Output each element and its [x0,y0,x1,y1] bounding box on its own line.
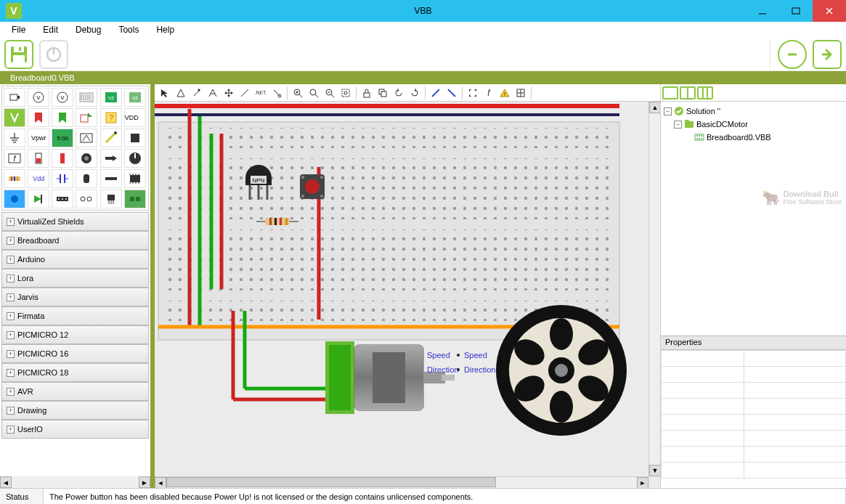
scroll-right-icon[interactable]: ► [637,477,648,488]
scroll-left-icon[interactable]: ◄ [155,477,166,488]
palette-header-icon[interactable] [52,190,73,208]
expand-icon[interactable]: + [7,407,15,415]
properties-grid[interactable] [661,350,846,488]
palette-help-icon[interactable]: ? [100,108,122,127]
category-arduino[interactable]: +Arduino [1,250,149,269]
expand-icon[interactable]: + [7,331,15,339]
scroll-left-icon[interactable]: ◄ [0,476,12,488]
grid-icon[interactable] [513,86,528,100]
triangle-tool-icon[interactable] [174,86,188,100]
zoom-fit-icon[interactable] [338,86,353,100]
scroll-right-icon[interactable]: ► [139,476,150,488]
palette-terminal-icon[interactable] [124,190,146,208]
palette-jack-icon[interactable] [76,149,97,168]
menu-help[interactable]: Help [149,23,182,36]
palette-import-icon[interactable] [76,108,97,127]
category-drawing[interactable]: +Drawing [1,401,149,420]
tree-node-solution[interactable]: − Solution '' [664,105,843,118]
zoom-in-icon[interactable] [290,86,305,100]
palette-switch-icon[interactable] [28,149,49,168]
function-tool-icon[interactable]: f [481,86,496,100]
palette-breadboard-icon[interactable] [76,88,97,107]
power-button[interactable] [39,40,68,69]
palette-resistor-icon[interactable] [4,169,25,188]
flip-h-icon[interactable] [428,86,443,100]
window-close-button[interactable] [813,0,846,22]
palette-transistor-icon[interactable] [100,190,122,208]
zoom-out-icon[interactable] [322,86,337,100]
palette-ground-icon[interactable] [4,129,25,147]
expand-icon[interactable] [465,86,480,100]
rotate-ccw-icon[interactable] [391,86,406,100]
palette-cap-cylinder-icon[interactable] [76,169,97,188]
category-avr[interactable]: +AVR [1,382,149,401]
palette-probe-icon[interactable] [100,129,122,147]
component-npn-transistor[interactable]: NPN [245,165,272,200]
palette-bookmark-red-icon[interactable] [28,108,49,127]
category-picmicro-16[interactable]: +PICMICRO 16 [1,344,149,363]
collapse-icon[interactable]: − [664,107,672,115]
menu-edit[interactable]: Edit [36,23,65,36]
palette-function-icon[interactable]: f [4,149,25,168]
palette-pins-icon[interactable] [76,190,97,208]
category-picmicro-12[interactable]: +PICMICRO 12 [1,325,149,344]
warning-icon[interactable]: ! [497,86,512,100]
line-tool-icon[interactable] [237,86,252,100]
category-userio[interactable]: +UserIO [1,420,149,439]
canvas-horizontal-scrollbar[interactable]: ◄ ► [155,476,648,488]
lock-icon[interactable] [359,86,374,100]
palette-led-bar-icon[interactable] [52,149,73,168]
window-minimize-button[interactable] [746,0,779,22]
expand-icon[interactable]: + [7,237,15,245]
flip-v-icon[interactable] [444,86,459,100]
view-split-3-icon[interactable] [697,86,713,99]
category-firmata[interactable]: +Firmata [1,306,149,325]
palette-vpwr-label[interactable]: Vpwr [28,129,49,147]
menu-file[interactable]: File [4,23,33,36]
palette-led-blue-icon[interactable] [4,190,25,208]
palette-meter-icon[interactable] [76,129,97,147]
canvas-vertical-scrollbar[interactable]: ▲ ▼ [648,102,660,476]
expand-icon[interactable]: + [7,218,15,226]
palette-v-logo-icon[interactable] [4,108,25,127]
palette-voltmeter-icon[interactable]: V [28,88,49,107]
zoom-actual-icon[interactable] [306,86,321,100]
palette-capacitor-icon[interactable] [52,169,73,188]
expand-icon[interactable]: + [7,388,15,396]
tree-node-file[interactable]: Breadboard0.VBB [684,131,843,144]
palette-ic-icon[interactable] [124,169,146,188]
expand-icon[interactable]: + [7,369,15,377]
category-jarvis[interactable]: +Jarvis [1,288,149,306]
palette-inductor-icon[interactable] [100,169,122,188]
expand-icon[interactable]: + [7,256,15,264]
rotate-cw-icon[interactable] [407,86,422,100]
tab-breadboard0[interactable]: Breadboard0.VBB [3,73,82,83]
category-lora[interactable]: +Lora [1,269,149,288]
save-button[interactable] [4,40,33,69]
view-split-h-icon[interactable] [680,86,696,99]
category-picmicro-18[interactable]: +PICMICRO 18 [1,363,149,382]
palette-battery-icon[interactable] [4,88,25,107]
solution-tree[interactable]: − Solution '' − BasicDCMotor Breadboard0… [661,102,846,336]
scroll-down-icon[interactable]: ▼ [649,465,660,476]
menu-tools[interactable]: Tools [111,23,146,36]
window-maximize-button[interactable] [779,0,813,22]
palette-voltmeter2-icon[interactable]: V [52,88,73,107]
palette-vz-shield-icon[interactable]: VZ [100,88,122,107]
palette-bookmark-green-icon[interactable] [52,108,73,127]
palette-diode-icon[interactable] [28,190,49,208]
scroll-up-icon[interactable]: ▲ [649,102,660,113]
palette-scrollbar[interactable]: ◄ ► [0,476,150,488]
expand-icon[interactable]: + [7,275,15,283]
design-canvas[interactable]: NPN [155,102,660,488]
pointer-tool-icon[interactable] [158,86,172,100]
component-wheel[interactable] [496,305,627,436]
palette-vdd-label[interactable]: VDD [124,108,146,127]
collapse-icon[interactable]: − [674,121,682,129]
next-button[interactable] [813,40,842,69]
palette-chip-icon[interactable] [124,129,146,147]
stack-icon[interactable] [375,86,390,100]
component-push-button[interactable] [300,174,325,199]
category-virtualized-shields[interactable]: +VirtualiZed Shields [1,212,149,231]
expand-icon[interactable]: + [7,293,15,301]
